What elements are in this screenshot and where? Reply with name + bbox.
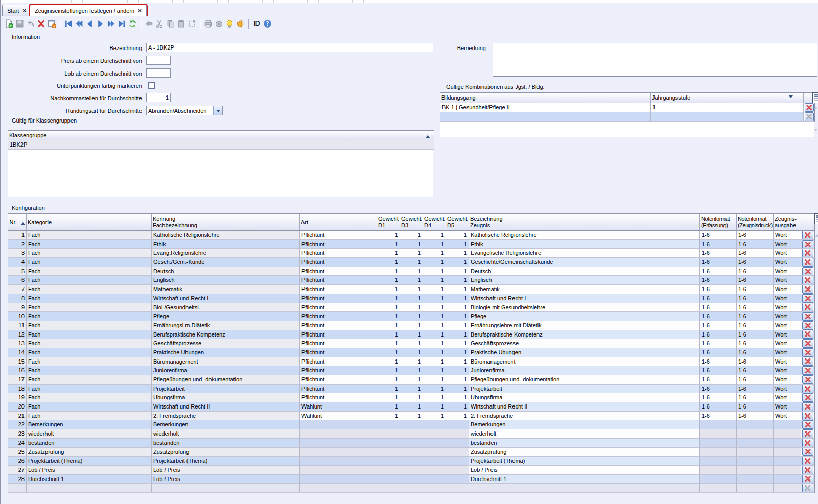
cell-nr[interactable]: 2 (8, 240, 27, 249)
cell-d4[interactable] (423, 466, 446, 475)
konfiguration-row[interactable]: 7FachMathematikPflichtunt1111Mathematik1… (8, 285, 814, 294)
cell-d4[interactable]: 1 (423, 231, 446, 240)
cell-nr[interactable]: 17 (8, 375, 27, 385)
cell-nr[interactable]: 19 (8, 393, 27, 402)
cell-kennung[interactable]: Übungsfirma (152, 393, 300, 402)
cell-d4[interactable]: 1 (423, 267, 446, 276)
cell-kategorie[interactable] (27, 484, 152, 493)
cell-d5[interactable]: 1 (446, 285, 469, 294)
konfiguration-row[interactable]: 24bestandenbestandenbestanden (8, 439, 814, 448)
cell-nf_zeugnisdruck[interactable]: 1-6 (737, 385, 774, 394)
konfiguration-row[interactable]: 15FachBüromanagementPflichtunt1111Büroma… (8, 357, 814, 367)
column-header-gewicht[interactable]: GewichtD1 (377, 214, 400, 230)
tab-start[interactable]: Start × (2, 5, 31, 16)
konfiguration-row[interactable]: 4FachGesch./Gem.-KundePflichtunt1111Gesc… (8, 258, 814, 267)
cell-bildungsgang[interactable]: BK 1-j.Gesundheit/Pflege II (440, 103, 651, 112)
delete-row-button[interactable] (802, 339, 813, 348)
cell-d1[interactable] (377, 420, 400, 429)
cell-nr[interactable]: 13 (8, 339, 27, 348)
cell-kategorie[interactable]: Fach (27, 375, 152, 385)
cell-d1[interactable]: 1 (377, 258, 400, 267)
cell-d3[interactable]: 1 (400, 357, 423, 367)
cell-kategorie[interactable]: Fach (27, 339, 152, 348)
delete-row-button[interactable] (802, 366, 813, 375)
cell-nr[interactable]: 18 (8, 385, 27, 394)
cell-nr[interactable]: 3 (8, 249, 27, 258)
cell-ausgabe[interactable]: Wort (774, 231, 801, 240)
cell-d1[interactable]: 1 (377, 240, 400, 249)
cell-nf_erfassung[interactable]: 1-6 (700, 339, 737, 348)
cell-zeugnis[interactable]: bestanden (469, 439, 700, 448)
cell-d5[interactable]: 1 (446, 385, 469, 394)
cell-art[interactable]: Pflichtunt (300, 240, 377, 249)
cell-d1[interactable] (377, 448, 400, 457)
cell-kategorie[interactable]: Fach (27, 312, 152, 321)
nav-back-icon[interactable] (84, 18, 95, 29)
cell-nf_zeugnisdruck[interactable] (737, 448, 774, 457)
cell-klassengruppe[interactable]: 1BK2P (8, 140, 434, 150)
cell-kennung[interactable]: Deutsch (152, 267, 300, 276)
cell-d4[interactable]: 1 (423, 402, 446, 412)
cell-art[interactable]: Pflichtunt (300, 249, 377, 258)
column-header-notenformat[interactable]: Notenformat(Erfassung) (700, 214, 737, 230)
delete-row-button[interactable] (802, 393, 813, 402)
delete-row-button[interactable] (802, 385, 813, 393)
cell-kennung[interactable]: Praktische Übungen (152, 348, 300, 357)
cell-kennung[interactable]: Pflege (152, 312, 300, 321)
cell-d3[interactable] (400, 439, 423, 448)
cell-kategorie[interactable]: Fach (27, 348, 152, 357)
delete-row-button[interactable] (802, 321, 813, 330)
konfiguration-column-chooser-button[interactable] (814, 213, 818, 224)
cell-d1[interactable]: 1 (377, 366, 400, 375)
konfiguration-row[interactable]: 28Durchschnitt 1Lob / PreisDurchschnitt … (8, 475, 814, 484)
cell-d5[interactable] (446, 457, 469, 466)
cell-nf_erfassung[interactable]: 1-6 (700, 412, 737, 421)
cell-art[interactable] (300, 429, 377, 439)
cell-kategorie[interactable]: Zusatzprüfung (27, 448, 152, 457)
cell-d3[interactable]: 1 (400, 366, 423, 375)
delete-row-button[interactable] (802, 267, 813, 276)
cell-nf_zeugnisdruck[interactable]: 1-6 (737, 339, 774, 348)
nachkommastellen-input[interactable] (146, 93, 171, 102)
cell-kategorie[interactable]: wiederholt (27, 429, 152, 439)
cell-nf_zeugnisdruck[interactable] (737, 420, 774, 429)
cell-kennung[interactable]: Ethik (152, 240, 300, 249)
delete-row-button[interactable] (802, 258, 813, 267)
cell-kategorie[interactable]: Fach (27, 240, 152, 249)
cell-d3[interactable]: 1 (400, 303, 423, 313)
cell-d5[interactable]: 1 (446, 258, 469, 267)
cell-d1[interactable] (377, 429, 400, 439)
id-button[interactable]: ID (251, 18, 262, 29)
delete-row-button[interactable] (802, 294, 813, 303)
cell-d5[interactable] (446, 466, 469, 475)
konfiguration-row[interactable]: 14FachPraktische ÜbungenPflichtunt1111Pr… (8, 348, 814, 357)
cell-nf_zeugnisdruck[interactable]: 1-6 (737, 330, 774, 340)
cell-d5[interactable]: 1 (446, 366, 469, 375)
cell-nr[interactable]: 23 (8, 429, 27, 439)
cell-art[interactable]: Pflichtunt (300, 276, 377, 285)
cell-kennung[interactable]: Wirtschaft und Recht II (152, 402, 300, 412)
cell-kategorie[interactable]: Projektarbeit (Thema) (27, 457, 152, 466)
cell-nr[interactable]: 14 (8, 348, 27, 357)
cell-nf_zeugnisdruck[interactable]: 1-6 (737, 276, 774, 285)
cell-nr[interactable]: 15 (8, 357, 27, 367)
cell-ausgabe[interactable] (774, 475, 801, 484)
cell-d4[interactable] (423, 457, 446, 466)
cell-nf_zeugnisdruck[interactable]: 1-6 (737, 303, 774, 313)
cell-kennung[interactable]: Gesch./Gem.-Kunde (152, 258, 300, 267)
nav-forward-icon[interactable] (95, 18, 106, 29)
cell-kategorie[interactable]: Fach (27, 249, 152, 258)
cell-ausgabe[interactable]: Wort (774, 412, 801, 421)
cell-d3[interactable] (400, 475, 423, 484)
cell-d3[interactable]: 1 (400, 385, 423, 394)
cell-nr[interactable]: 25 (8, 448, 27, 457)
cell-ausgabe[interactable]: Wort (774, 258, 801, 267)
cell-zeugnis[interactable]: Juniorenfirma (469, 366, 700, 375)
cell-zeugnis[interactable]: Lob / Preis (469, 466, 700, 475)
cell-zeugnis[interactable]: Katholische Religionslehre (469, 231, 700, 240)
delete-row-button[interactable] (802, 375, 813, 384)
konfiguration-row[interactable]: 18FachProjektarbeitPflichtunt1111Projekt… (8, 385, 814, 394)
cell-d4[interactable]: 1 (423, 276, 446, 285)
cell-kennung[interactable]: Englisch (152, 276, 300, 285)
cell-art[interactable]: Pflichtunt (300, 385, 377, 394)
